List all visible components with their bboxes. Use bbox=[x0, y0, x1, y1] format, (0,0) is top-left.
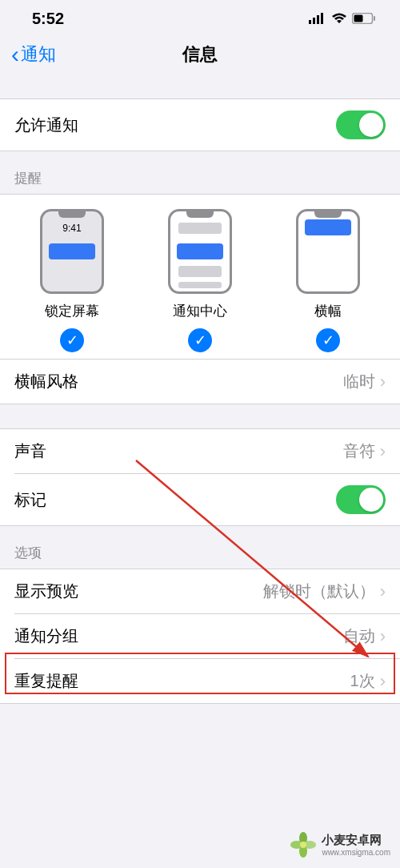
banner-style-value: 临时 bbox=[343, 371, 375, 392]
sounds-label: 声音 bbox=[14, 440, 46, 462]
svg-point-12 bbox=[300, 842, 306, 848]
watermark-logo-icon bbox=[290, 831, 317, 858]
badges-label: 标记 bbox=[14, 489, 46, 511]
show-previews-label: 显示预览 bbox=[14, 581, 78, 602]
badges-toggle[interactable] bbox=[336, 485, 386, 514]
back-label: 通知 bbox=[21, 42, 56, 66]
chevron-right-icon: › bbox=[380, 372, 386, 392]
banner-style-label: 横幅风格 bbox=[14, 371, 78, 392]
repeat-label: 重复提醒 bbox=[14, 670, 78, 692]
svg-rect-1 bbox=[313, 18, 315, 24]
svg-rect-0 bbox=[309, 20, 311, 24]
alert-banners[interactable]: 横幅 ✓ bbox=[296, 209, 360, 352]
sounds-value: 音符 bbox=[343, 440, 375, 462]
wifi-icon bbox=[331, 10, 347, 28]
allow-notifications-row[interactable]: 允许通知 bbox=[0, 98, 400, 151]
watermark-url: www.xmsigma.com bbox=[322, 848, 390, 857]
grouping-row[interactable]: 通知分组 自动 › bbox=[14, 613, 400, 658]
nav-bar: ‹ 通知 信息 bbox=[0, 34, 400, 78]
alert-notification-center-label: 通知中心 bbox=[173, 302, 227, 320]
check-icon: ✓ bbox=[60, 328, 84, 352]
options-header: 选项 bbox=[0, 526, 400, 569]
chevron-right-icon: › bbox=[380, 671, 386, 692]
status-icons bbox=[309, 10, 376, 28]
chevron-right-icon: › bbox=[380, 626, 386, 647]
alert-lock-screen[interactable]: 9:41 锁定屏幕 ✓ bbox=[40, 209, 104, 352]
repeat-row[interactable]: 重复提醒 1次 › bbox=[14, 658, 400, 703]
battery-icon bbox=[352, 10, 376, 28]
sounds-row[interactable]: 声音 音符 › bbox=[0, 429, 400, 473]
back-button[interactable]: ‹ 通知 bbox=[11, 42, 56, 66]
watermark: 小麦安卓网 www.xmsigma.com bbox=[290, 831, 390, 858]
alert-notification-center[interactable]: 通知中心 ✓ bbox=[168, 209, 232, 352]
grouping-label: 通知分组 bbox=[14, 625, 78, 647]
svg-rect-5 bbox=[354, 15, 363, 22]
notification-center-preview-icon bbox=[168, 209, 232, 294]
svg-rect-3 bbox=[321, 13, 323, 24]
allow-notifications-label: 允许通知 bbox=[14, 115, 78, 136]
grouping-value: 自动 bbox=[343, 625, 375, 647]
check-icon: ✓ bbox=[316, 328, 340, 352]
check-icon: ✓ bbox=[188, 328, 212, 352]
lock-screen-preview-icon: 9:41 bbox=[40, 209, 104, 294]
banner-style-row[interactable]: 横幅风格 临时 › bbox=[0, 359, 400, 404]
badges-row[interactable]: 标记 bbox=[14, 473, 400, 525]
alerts-section: 9:41 锁定屏幕 ✓ 通知中心 ✓ 横幅 ✓ 横幅风格 临时 bbox=[0, 194, 400, 404]
alert-banners-label: 横幅 bbox=[314, 302, 342, 320]
show-previews-row[interactable]: 显示预览 解锁时（默认） › bbox=[0, 569, 400, 613]
alerts-header: 提醒 bbox=[0, 151, 400, 194]
signal-icon bbox=[309, 10, 326, 28]
chevron-right-icon: › bbox=[380, 581, 386, 602]
banners-preview-icon bbox=[296, 209, 360, 294]
chevron-right-icon: › bbox=[380, 441, 386, 462]
svg-rect-2 bbox=[317, 15, 319, 24]
svg-rect-6 bbox=[374, 16, 375, 21]
allow-notifications-toggle[interactable] bbox=[336, 111, 386, 139]
show-previews-value: 解锁时（默认） bbox=[263, 581, 375, 602]
status-bar: 5:52 bbox=[0, 0, 400, 34]
chevron-left-icon: ‹ bbox=[11, 42, 19, 66]
page-title: 信息 bbox=[182, 42, 218, 66]
repeat-value: 1次 bbox=[350, 670, 375, 692]
alert-lock-screen-label: 锁定屏幕 bbox=[45, 302, 99, 320]
watermark-name: 小麦安卓网 bbox=[322, 833, 390, 848]
status-time: 5:52 bbox=[32, 10, 64, 28]
